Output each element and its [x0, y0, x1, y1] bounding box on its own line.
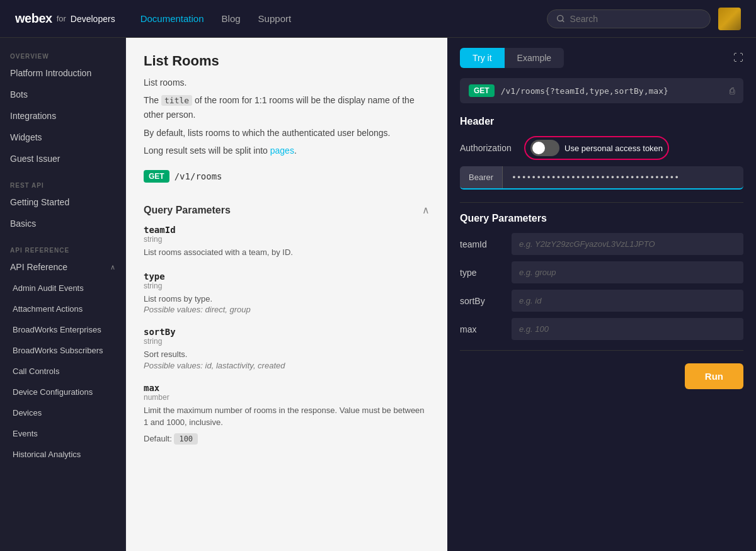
sidebar-item-broadworks-enterprises[interactable]: BroadWorks Enterprises: [0, 319, 125, 340]
sidebar-item-guest-issuer[interactable]: Guest Issuer: [0, 148, 125, 169]
search-box[interactable]: [547, 9, 711, 28]
qp-row-type: type: [460, 261, 743, 283]
doc-panel: List Rooms List rooms. The title of the …: [126, 38, 447, 551]
param-type-name: type: [144, 271, 430, 281]
param-type-values: Possible values: direct, group: [144, 305, 430, 314]
logo: webex for Developers: [15, 11, 115, 26]
sidebar-item-basics[interactable]: Basics: [0, 213, 125, 234]
doc-method-badge: GET: [144, 170, 169, 183]
chevron-up-icon: ∧: [110, 263, 115, 271]
doc-desc-1: List rooms.: [144, 76, 430, 89]
api-endpoint-row: GET /v1/rooms{?teamId,type,sortBy,max} ⎙: [460, 78, 743, 103]
toggle-highlight: Use personal access token: [524, 136, 669, 160]
sidebar-item-devices[interactable]: Devices: [0, 402, 125, 423]
collapse-icon[interactable]: ∧: [422, 204, 430, 216]
nav-links: Documentation Blog Support: [140, 13, 291, 24]
sidebar: OVERVIEW Platform Introduction Bots Inte…: [0, 38, 126, 551]
logo-for: for: [57, 14, 66, 23]
topnav: webex for Developers Documentation Blog …: [0, 0, 756, 38]
api-endpoint-path: /v1/rooms{?teamId,type,sortBy,max}: [501, 86, 723, 96]
toggle-track: [530, 140, 559, 156]
sidebar-api-reference-label: API Reference: [0, 242, 125, 256]
run-button[interactable]: Run: [685, 363, 743, 389]
expand-icon[interactable]: ⛶: [733, 52, 743, 64]
toggle-label: Use personal access token: [564, 144, 663, 153]
param-sortBy-name: sortBy: [144, 327, 430, 337]
qp-row-max: max: [460, 318, 743, 340]
sidebar-item-attachment-actions[interactable]: Attachment Actions: [0, 298, 125, 319]
doc-desc-2: The title of the room for 1:1 rooms will…: [144, 93, 430, 122]
doc-desc-4: Long result sets will be split into page…: [144, 144, 430, 157]
tab-group: Try it Example: [460, 48, 564, 68]
qp-label-max: max: [460, 324, 504, 334]
sidebar-item-call-controls[interactable]: Call Controls: [0, 361, 125, 382]
param-type-type: string: [144, 281, 430, 290]
bearer-row: Bearer: [460, 166, 743, 190]
sidebar-item-integrations[interactable]: Integrations: [0, 105, 125, 127]
qp-row-teamId: teamId: [460, 233, 743, 255]
param-sortBy-values: Possible values: id, lastactivity, creat…: [144, 361, 430, 370]
sidebar-overview-label: OVERVIEW: [0, 48, 125, 62]
qp-label-type: type: [460, 268, 504, 278]
param-type-desc: List rooms by type.: [144, 293, 430, 305]
copy-icon[interactable]: ⎙: [730, 86, 735, 96]
tab-example[interactable]: Example: [505, 48, 564, 68]
topnav-right: [547, 8, 741, 30]
qp-input-teamId[interactable]: [512, 233, 743, 255]
get-badge: GET /v1/rooms: [144, 170, 222, 183]
logo-webex: webex: [15, 11, 52, 26]
search-input[interactable]: [570, 14, 701, 24]
api-auth-row: Authorization Use personal access token: [460, 136, 743, 160]
search-icon: [556, 14, 565, 23]
bearer-input[interactable]: [503, 166, 743, 188]
api-top-bar: Try it Example ⛶: [460, 48, 743, 68]
qp-label-sortBy: sortBy: [460, 296, 504, 306]
param-sortBy-type: string: [144, 337, 430, 346]
doc-path: /v1/rooms: [175, 171, 222, 181]
param-max-default: 100: [174, 433, 198, 445]
bearer-label: Bearer: [460, 166, 503, 188]
nav-blog[interactable]: Blog: [222, 13, 241, 24]
param-max: max number Limit the maximum number of r…: [144, 383, 430, 444]
personal-access-toggle[interactable]: [530, 140, 559, 156]
nav-support[interactable]: Support: [258, 13, 292, 24]
param-max-desc: Limit the maximum number of rooms in the…: [144, 404, 430, 429]
nav-documentation[interactable]: Documentation: [140, 13, 204, 24]
sidebar-item-getting-started[interactable]: Getting Started: [0, 191, 125, 213]
logo-developers: Developers: [71, 14, 115, 24]
api-header-title: Header: [460, 116, 743, 127]
param-teamId-desc: List rooms associated with a team, by ID…: [144, 246, 430, 259]
toggle-thumb: [532, 142, 545, 154]
sidebar-item-platform-introduction[interactable]: Platform Introduction: [0, 62, 125, 84]
sidebar-item-events[interactable]: Events: [0, 423, 125, 444]
qp-label-teamId: teamId: [460, 239, 504, 249]
sidebar-rest-api-label: REST API: [0, 177, 125, 191]
sidebar-item-device-configurations[interactable]: Device Configurations: [0, 382, 125, 402]
param-max-type: number: [144, 393, 430, 402]
tab-try-it[interactable]: Try it: [460, 48, 505, 68]
param-sortBy-desc: Sort results.: [144, 348, 430, 361]
sidebar-item-widgets[interactable]: Widgets: [0, 127, 125, 148]
qp-input-sortBy[interactable]: [512, 290, 743, 312]
qp-input-type[interactable]: [512, 261, 743, 283]
avatar[interactable]: [718, 8, 741, 30]
sidebar-item-historical-analytics[interactable]: Historical Analytics: [0, 444, 125, 465]
param-teamId-type: string: [144, 235, 430, 244]
pages-link[interactable]: pages: [270, 145, 294, 156]
param-sortBy: sortBy string Sort results. Possible val…: [144, 327, 430, 370]
sidebar-item-broadworks-subscribers[interactable]: BroadWorks Subscribers: [0, 340, 125, 361]
api-query-params-title: Query Parameters: [460, 213, 743, 224]
api-method-badge: GET: [469, 84, 495, 97]
sidebar-item-bots[interactable]: Bots: [0, 84, 125, 105]
query-params-section-title: Query Parameters: [144, 205, 231, 216]
api-panel: Try it Example ⛶ GET /v1/rooms{?teamId,t…: [447, 38, 756, 551]
api-auth-label: Authorization: [460, 143, 517, 153]
divider-2: [460, 350, 743, 351]
sidebar-api-reference-toggle[interactable]: API Reference ∧: [0, 256, 125, 278]
doc-title: List Rooms: [144, 53, 430, 69]
param-max-name: max: [144, 383, 430, 393]
qp-input-max[interactable]: [512, 318, 743, 340]
doc-desc-3: By default, lists rooms to which the aut…: [144, 126, 430, 140]
query-params-section-row: Query Parameters ∧: [144, 204, 430, 216]
sidebar-item-admin-audit-events[interactable]: Admin Audit Events: [0, 278, 125, 298]
